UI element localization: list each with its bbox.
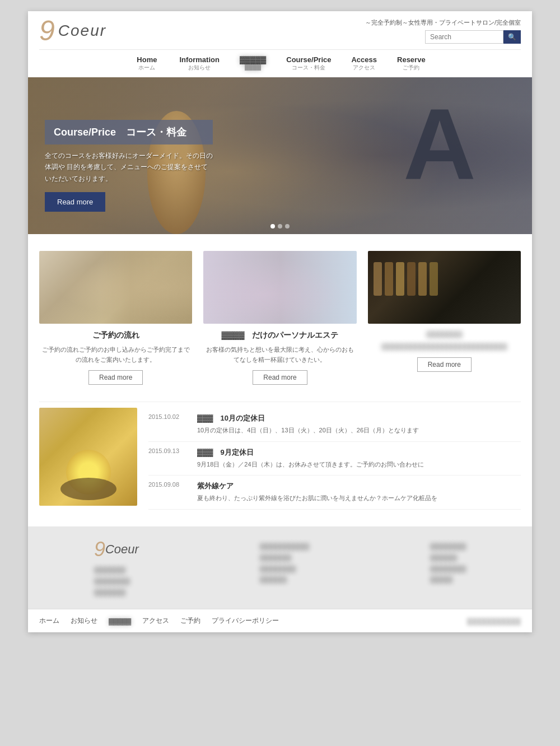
footer-col-text-2: ▓▓▓▓▓▓▓▓▓▓▓▓▓▓▓▓▓▓▓▓▓▓▓▓▓▓▓▓▓▓▓▓ [260,541,309,585]
footer-col-text-1: ▓▓▓▓▓▓▓▓▓▓▓▓▓▓▓▓▓▓▓▓▓▓ [94,565,130,598]
site-header: 9 Coeur ～完全予約制～女性専用・プライベートサロン/完全個室 🔍 Hom… [28,11,532,77]
page-wrapper: 9 Coeur ～完全予約制～女性専用・プライベートサロン/完全個室 🔍 Hom… [28,11,532,632]
news-item-3: 2015.09.08 紫外線ケア 夏も終わり、たっぷり紫外線を浴びたお肌に潤いを… [148,475,521,510]
news-title-3: 紫外線ケア [197,481,521,491]
news-image [39,408,137,506]
footer-logo-name: Coeur [105,542,139,557]
news-body-3: 紫外線ケア 夏も終わり、たっぷり紫外線を浴びたお肌に潤いを与えませんか？ホームケ… [197,481,521,503]
footer-col-3: ▓▓▓▓▓▓▓▓▓▓▓▓▓▓▓▓▓▓▓▓▓▓▓▓▓▓▓ [430,538,466,585]
col-card-3: ▓▓▓▓▓▓▓▓ ▓▓▓▓▓▓▓▓▓▓▓▓▓▓▓▓▓▓▓▓▓▓▓▓▓▓▓▓ Re… [368,251,521,385]
col-1-desc: ご予約の流れご予約のお申し込みからご予約完了までの流れをご案内いたします。 [39,345,192,365]
news-date-2: 2015.09.13 [148,447,190,470]
col-3-title: ▓▓▓▓▓▓▓▓ [368,330,521,337]
col-2-read-more[interactable]: Read more [253,370,307,385]
col-card-1: ご予約の流れ ご予約の流れご予約のお申し込みからご予約完了までの流れをご案内いた… [39,251,192,385]
col-1-read-more[interactable]: Read more [88,370,143,385]
nav-access-ja: アクセス [351,64,377,72]
hero-content: Course/Price コース・料金 全てのコースをお客様好みにオーダーメイド… [45,120,213,212]
oils-image [368,251,521,324]
news-item-1: 2015.10.02 ▓▓▓ 10月の定休日 10月の定休日は、4日（日）、13… [148,408,521,442]
footer-col-text-3: ▓▓▓▓▓▓▓▓▓▓▓▓▓▓▓▓▓▓▓▓▓▓▓▓▓▓▓ [430,541,466,585]
news-excerpt-1: 10月の定休日は、4日（日）、13日（火）、20日（火）、26日（月）となります [197,426,521,436]
site-tagline: ～完全予約制～女性専用・プライベートサロン/完全個室 [365,18,521,27]
news-date-1: 2015.10.02 [148,413,190,436]
nav-info-ja: お知らせ [179,64,220,72]
nav-access[interactable]: Access アクセス [341,50,387,77]
nav-blurred-ja: ▓▓▓▓ [240,64,266,70]
hero-title: Course/Price コース・料金 [54,127,186,138]
news-body-2: ▓▓▓ 9月定休日 9月18日（金）／24日（木）は、お休みさせて頂きます。ご予… [197,447,521,470]
news-date-3: 2015.09.08 [148,481,190,503]
nav-course-ja: コース・料金 [286,64,331,72]
nav-reserve-en: Reserve [397,55,426,64]
massage-image [203,251,356,324]
nav-information[interactable]: Information お知らせ [169,50,230,77]
nav-blurred-en: ▓▓▓▓▓ [240,55,266,64]
news-list: 2015.10.02 ▓▓▓ 10月の定休日 10月の定休日は、4日（日）、13… [148,408,521,510]
col-3-desc: ▓▓▓▓▓▓▓▓▓▓▓▓▓▓▓▓▓▓▓▓▓▓▓▓▓▓▓▓ [368,342,521,352]
news-excerpt-3: 夏も終わり、たっぷり紫外線を浴びたお肌に潤いを与えませんか？ホームケア化粧品を [197,493,521,503]
news-section: 2015.10.02 ▓▓▓ 10月の定休日 10月の定休日は、4日（日）、13… [39,402,521,510]
hero-dot-2[interactable] [278,224,282,229]
footer-link-reserve[interactable]: ご予約 [180,616,200,626]
col-1-title: ご予約の流れ [39,330,192,341]
news-title-1: ▓▓▓ 10月の定休日 [197,413,521,423]
nav-reserve-ja: ご予約 [397,64,426,72]
hero-read-more-button[interactable]: Read more [45,192,105,212]
footer-col-2: ▓▓▓▓▓▓▓▓▓▓▓▓▓▓▓▓▓▓▓▓▓▓▓▓▓▓▓▓▓▓▓▓ [260,538,309,585]
hero-dot-1[interactable] [270,224,275,229]
main-nav: Home ホーム Information お知らせ ▓▓▓▓▓ ▓▓▓▓ Cou… [39,49,521,77]
three-col-section: ご予約の流れ ご予約の流れご予約のお申し込みからご予約完了までの流れをご案内いた… [39,251,521,385]
main-content: ご予約の流れ ご予約の流れご予約のお申し込みからご予約完了までの流れをご案内いた… [28,234,532,526]
footer-logo-symbol: 9 [94,538,105,561]
hero-letter: A [403,94,476,195]
nav-home-en: Home [134,55,159,64]
logo-symbol: 9 [39,17,55,45]
nav-info-en: Information [179,55,220,64]
nav-home-ja: ホーム [134,64,159,72]
logo-text: Coeur [58,22,106,40]
hero-dots [270,224,290,229]
footer-link-home[interactable]: ホーム [39,616,59,626]
nav-access-en: Access [351,55,377,64]
hero-dot-3[interactable] [285,224,290,229]
news-title-2: ▓▓▓ 9月定休日 [197,447,521,458]
footer-logo-col: 9 Coeur ▓▓▓▓▓▓▓▓▓▓▓▓▓▓▓▓▓▓▓▓▓▓ [94,538,139,598]
col-2-title: ▓▓▓▓ だけのパーソナルエステ [203,330,356,341]
hero-title-box: Course/Price コース・料金 [45,120,213,144]
nav-blurred[interactable]: ▓▓▓▓▓ ▓▓▓▓ [230,50,276,77]
footer-link-blurred[interactable]: ▓▓▓▓▓ [109,618,131,624]
col-3-read-more[interactable]: Read more [417,357,472,372]
search-button[interactable]: 🔍 [503,30,521,44]
col-2-desc: お客様の気持ちと想いを最大限に考え、心からのおもてなしを精一杯届けていきたい。 [203,345,356,365]
footer-logo-area: 9 Coeur ▓▓▓▓▓▓▓▓▓▓▓▓▓▓▓▓▓▓▓▓▓▓ ▓▓▓▓▓▓▓▓▓… [28,526,532,609]
footer-link-info[interactable]: お知らせ [71,616,97,626]
hero-banner: A Course/Price コース・料金 全てのコースをお客様好みにオーダーメ… [28,77,532,234]
news-body-1: ▓▓▓ 10月の定休日 10月の定休日は、4日（日）、13日（火）、20日（火）… [197,413,521,436]
search-bar: 🔍 [425,30,521,44]
salon-image [39,251,192,324]
col-card-2: ▓▓▓▓ だけのパーソナルエステ お客様の気持ちと想いを最大限に考え、心からのお… [203,251,356,385]
header-right: ～完全予約制～女性専用・プライベートサロン/完全個室 🔍 [365,18,521,44]
nav-course-en: Course/Price [286,55,331,64]
search-input[interactable] [425,30,503,44]
footer-nav: ホーム お知らせ ▓▓▓▓▓ アクセス ご予約 プライバシーポリシー ▓▓▓▓▓… [28,609,532,632]
nav-course[interactable]: Course/Price コース・料金 [276,50,341,77]
nav-home[interactable]: Home ホーム [124,50,169,77]
footer-nav-right: ▓▓▓▓▓▓▓▓▓▓▓ [467,617,521,625]
footer-link-privacy[interactable]: プライバシーポリシー [212,616,279,626]
nav-reserve[interactable]: Reserve ご予約 [387,50,436,77]
footer-logo: 9 Coeur [94,538,139,561]
hero-description: 全てのコースをお客様好みにオーダーメイド。その日の体調や 目的を考慮して、メニュ… [45,150,213,184]
news-item-2: 2015.09.13 ▓▓▓ 9月定休日 9月18日（金）／24日（木）は、お休… [148,442,521,476]
logo-area: 9 Coeur [39,17,106,45]
news-excerpt-2: 9月18日（金）／24日（木）は、お休みさせて頂きます。ご予約のお問い合わせに [197,460,521,470]
header-top: 9 Coeur ～完全予約制～女性専用・プライベートサロン/完全個室 🔍 [39,17,521,45]
footer-link-access[interactable]: アクセス [142,616,169,626]
